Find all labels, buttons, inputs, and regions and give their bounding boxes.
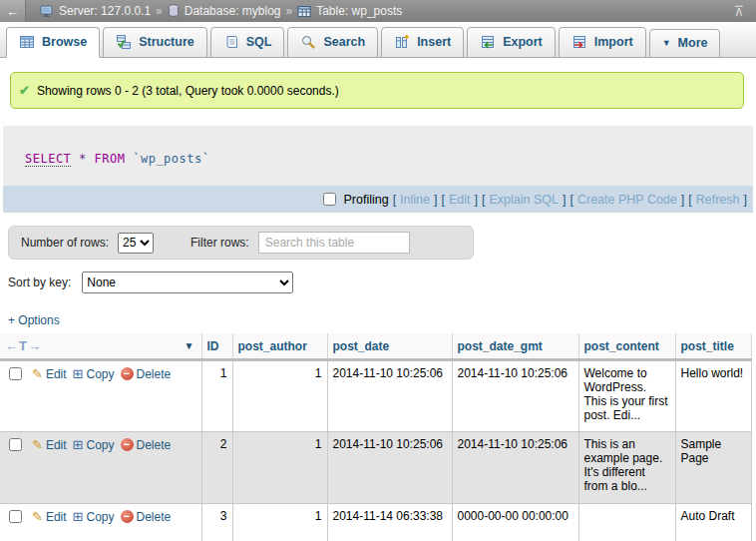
row-checkbox[interactable] — [9, 438, 22, 451]
cell-post-title: Hello world! — [675, 360, 751, 432]
table-icon — [297, 5, 311, 18]
tab-export[interactable]: Export — [467, 27, 556, 58]
edit-row-link[interactable]: ✎Edit — [32, 366, 67, 381]
pencil-icon: ✎ — [32, 366, 43, 381]
copy-row-link[interactable]: ⊞Copy — [73, 366, 115, 381]
tab-bar: Browse Structure SQL Search Insert Expor… — [0, 22, 756, 58]
cell-post-date: 2014-11-14 06:33:38 — [327, 504, 452, 541]
cell-post-author: 1 — [232, 432, 327, 504]
row-checkbox[interactable] — [9, 367, 22, 380]
column-header-post-date[interactable]: post_date — [327, 333, 452, 360]
copy-row-link[interactable]: ⊞Copy — [73, 509, 115, 524]
cell-post-date: 2014-11-10 10:25:06 — [327, 360, 452, 432]
cell-post-date-gmt: 0000-00-00 00:00:00 — [452, 504, 578, 541]
create-php-code-link[interactable]: Create PHP Code — [577, 193, 677, 207]
filter-rows-input[interactable] — [258, 232, 410, 254]
tab-search[interactable]: Search — [287, 27, 378, 58]
edit-query-link[interactable]: Edit — [449, 193, 471, 207]
sql-star: * — [79, 152, 87, 166]
chevron-down-icon: ▼ — [662, 38, 671, 48]
table-row: ✎Edit ⊞Copy −Delete 3 1 2014-11-14 06:33… — [0, 504, 751, 541]
tab-insert[interactable]: Insert — [381, 27, 464, 58]
delete-icon: − — [121, 367, 134, 380]
delete-row-link[interactable]: −Delete — [121, 438, 172, 452]
inline-link[interactable]: Inline — [400, 193, 430, 207]
number-of-rows-select[interactable]: 25 — [118, 233, 154, 254]
success-check-icon: ✔ — [19, 83, 30, 98]
cell-post-content: This is an example page. It's different … — [578, 432, 675, 504]
cell-id: 2 — [201, 432, 232, 504]
back-arrow-icon: ← — [6, 4, 19, 19]
browse-icon — [19, 34, 35, 50]
copy-row-link[interactable]: ⊞Copy — [73, 437, 115, 452]
tab-structure[interactable]: Structure — [103, 27, 207, 58]
search-icon — [300, 34, 316, 50]
edit-row-link[interactable]: ✎Edit — [32, 437, 67, 452]
sql-query: SELECT * FROM `wp_posts` — [3, 126, 753, 186]
edit-row-link[interactable]: ✎Edit — [32, 509, 67, 524]
column-header-post-content[interactable]: post_content — [578, 333, 675, 360]
breadcrumb-separator: » — [286, 4, 293, 18]
back-button[interactable]: ← — [0, 0, 26, 22]
breadcrumb-separator: » — [156, 4, 163, 18]
tab-browse[interactable]: Browse — [6, 27, 100, 58]
cell-post-title: Sample Page — [675, 432, 751, 504]
insert-icon — [394, 34, 410, 50]
delete-icon: − — [121, 438, 134, 451]
copy-icon: ⊞ — [73, 437, 84, 452]
row-checkbox[interactable] — [9, 510, 22, 523]
cell-id: 1 — [201, 360, 232, 432]
profiling-label[interactable]: Profiling — [343, 193, 388, 207]
cell-post-author: 1 — [232, 504, 327, 541]
cell-post-date-gmt: 2014-11-10 10:25:06 — [452, 432, 578, 504]
cell-post-content — [578, 504, 675, 541]
status-message: ✔ Showing rows 0 - 2 (3 total, Query too… — [10, 72, 744, 109]
table-row: ✎Edit ⊞Copy −Delete 2 1 2014-11-10 10:25… — [0, 432, 751, 504]
column-header-post-date-gmt[interactable]: post_date_gmt — [452, 333, 578, 360]
results-table: ←T→ ▼ ID post_author post_date post_date… — [0, 333, 752, 541]
table-header-row: ←T→ ▼ ID post_author post_date post_date… — [0, 333, 751, 360]
cell-id: 3 — [201, 504, 232, 541]
breadcrumb-database[interactable]: Database: myblog — [185, 4, 281, 18]
explain-sql-link[interactable]: Explain SQL — [489, 193, 558, 207]
profiling-checkbox[interactable] — [323, 193, 336, 206]
query-actions-bar: Profiling [ Inline ] [ Edit ] [ Explain … — [3, 186, 753, 213]
breadcrumb: Server: 127.0.0.1 » Database: myblog » T… — [40, 4, 402, 18]
delete-icon: − — [121, 510, 134, 523]
sort-by-key-row: Sort by key: None — [8, 271, 756, 293]
filter-rows-label: Filter rows: — [190, 236, 249, 250]
cell-post-date: 2014-11-10 10:25:06 — [327, 432, 452, 504]
delete-row-link[interactable]: −Delete — [121, 510, 172, 524]
collapse-panel-icon[interactable]: ⊼ — [734, 4, 744, 18]
tab-sql[interactable]: SQL — [210, 27, 285, 58]
rows-filter-bar: Number of rows: 25 Filter rows: — [8, 226, 474, 260]
copy-icon: ⊞ — [73, 509, 84, 524]
sort-by-key-label: Sort by key: — [8, 275, 71, 289]
column-header-post-title[interactable]: post_title — [675, 333, 751, 360]
number-of-rows-label: Number of rows: — [21, 236, 109, 250]
cell-post-date-gmt: 2014-11-10 10:25:06 — [452, 360, 578, 432]
refresh-link[interactable]: Refresh — [696, 193, 740, 207]
tab-more[interactable]: ▼ More — [649, 29, 721, 58]
database-icon — [168, 4, 180, 18]
copy-icon: ⊞ — [73, 366, 84, 381]
server-breadcrumb-bar: ← Server: 127.0.0.1 » Database: myblog »… — [0, 0, 756, 22]
cell-post-content: Welcome to WordPress. This is your first… — [578, 360, 675, 432]
sort-by-key-select[interactable]: None — [82, 271, 293, 293]
import-icon — [571, 34, 587, 50]
sql-table-identifier: `wp_posts` — [133, 152, 209, 166]
sql-keyword-select[interactable]: SELECT — [25, 152, 71, 167]
table-row: ✎Edit ⊞Copy −Delete 1 1 2014-11-10 10:25… — [0, 360, 751, 432]
delete-row-link[interactable]: −Delete — [121, 367, 172, 381]
breadcrumb-table[interactable]: Table: wp_posts — [316, 4, 402, 18]
column-move-icon[interactable]: ←T→ — [5, 338, 42, 353]
column-header-post-author[interactable]: post_author — [232, 333, 327, 360]
options-toggle[interactable]: + Options — [8, 313, 60, 327]
tab-import[interactable]: Import — [559, 27, 646, 58]
breadcrumb-server[interactable]: Server: 127.0.0.1 — [59, 4, 151, 18]
column-header-id[interactable]: ID — [201, 333, 232, 360]
sql-keyword-from: FROM — [95, 152, 126, 166]
pencil-icon: ✎ — [32, 437, 43, 452]
cell-post-author: 1 — [232, 360, 327, 432]
sort-descending-icon[interactable]: ▼ — [185, 340, 194, 351]
